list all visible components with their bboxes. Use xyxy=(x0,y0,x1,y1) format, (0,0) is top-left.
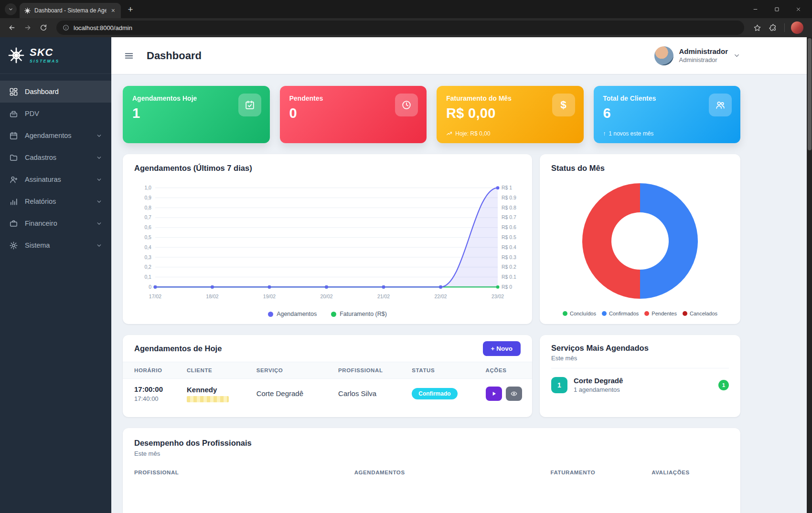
url-bar[interactable]: localhost:8000/admin xyxy=(56,21,744,35)
svg-text:R$ 0.4: R$ 0.4 xyxy=(502,245,516,250)
reload-button[interactable] xyxy=(36,21,51,35)
new-appointment-button[interactable]: + Novo xyxy=(483,341,521,356)
sidebar-item-relatorios[interactable]: Relatórios xyxy=(0,190,111,212)
tab-title: Dashboard - Sistema de Agend xyxy=(34,7,107,14)
forward-button[interactable] xyxy=(21,21,35,35)
sidebar-item-pdv[interactable]: PDV xyxy=(0,103,111,125)
browser-tab[interactable]: Dashboard - Sistema de Agend × xyxy=(20,3,121,18)
tab-close-button[interactable]: × xyxy=(110,7,117,14)
hamburger-menu-icon[interactable] xyxy=(124,51,134,61)
sidebar-item-label: Dashboard xyxy=(25,88,102,95)
list-item: 1 Corte Degradê 1 agendamentos 1 xyxy=(551,368,729,401)
folder-icon xyxy=(9,153,18,162)
trend-up-icon xyxy=(446,131,452,137)
logo-primary-text: SKC xyxy=(30,47,60,58)
bookmark-star-icon[interactable] xyxy=(750,21,764,35)
user-menu[interactable]: Administrador Administrador xyxy=(654,46,740,65)
sidebar-item-label: PDV xyxy=(25,110,102,117)
svg-text:21/02: 21/02 xyxy=(377,294,390,299)
stat-card-total-clientes: Total de Clientes 6 ↑ 1 novos este mês xyxy=(594,86,741,143)
sidebar-item-agendamentos[interactable]: Agendamentos xyxy=(0,125,111,147)
chevron-down-icon xyxy=(96,177,102,183)
svg-text:R$ 0.3: R$ 0.3 xyxy=(502,255,516,260)
legend-item: Concluídos xyxy=(563,311,596,316)
svg-text:0: 0 xyxy=(149,284,151,290)
view-appointment-button[interactable] xyxy=(506,387,522,401)
logo-snowflake-icon xyxy=(7,46,25,64)
client-phone-redacted xyxy=(187,396,229,402)
clock-icon xyxy=(395,94,418,116)
sidebar-item-label: Financeiro xyxy=(25,220,89,227)
column-header: CLIENTE xyxy=(180,362,250,379)
chart-title: Status do Mês xyxy=(551,164,729,173)
sidebar-item-cadastros[interactable]: Cadastros xyxy=(0,147,111,168)
appointments-table: HORÁRIO CLIENTE SERVIÇO PROFISSIONAL STA… xyxy=(123,362,532,408)
url-text: localhost:8000/admin xyxy=(74,24,132,31)
column-header: PROFISSIONAL xyxy=(134,470,354,475)
today-title: Agendamentos de Hoje xyxy=(134,344,222,353)
chevron-down-icon xyxy=(96,242,102,249)
back-button[interactable] xyxy=(5,21,19,35)
legend-item: Confirmados xyxy=(602,311,639,316)
window-maximize-button[interactable] xyxy=(766,0,788,18)
legend-item: Agendamentos xyxy=(268,311,317,317)
start-appointment-button[interactable] xyxy=(486,387,502,401)
svg-text:20/02: 20/02 xyxy=(320,294,332,299)
user-role: Administrador xyxy=(679,56,728,64)
sidebar-item-assinaturas[interactable]: Assinaturas xyxy=(0,168,111,190)
window-controls xyxy=(745,0,809,18)
svg-text:0,9: 0,9 xyxy=(144,195,151,200)
dashboard-icon xyxy=(9,87,18,96)
svg-text:R$ 0.7: R$ 0.7 xyxy=(502,215,516,220)
performance-title: Desempenho dos Profissionais xyxy=(134,439,729,448)
site-info-icon[interactable] xyxy=(63,24,69,31)
briefcase-icon xyxy=(9,219,18,228)
sidebar-item-financeiro[interactable]: Financeiro xyxy=(0,212,111,234)
sidebar-item-sistema[interactable]: Sistema xyxy=(0,234,111,256)
legend-item: Pendentes xyxy=(644,311,677,316)
line-chart: 0R$ 00,1R$ 0.10,2R$ 0.20,3R$ 0.30,4R$ 0.… xyxy=(134,175,521,309)
eye-icon xyxy=(511,390,517,397)
tab-search-button[interactable] xyxy=(5,3,17,15)
main-area: Dashboard Administrador Administrador Ag… xyxy=(111,37,812,513)
charts-row: Agendamentos (Últimos 7 dias) 0R$ 00,1R$… xyxy=(123,154,740,324)
app-logo[interactable]: SKC SISTEMAS xyxy=(0,37,111,74)
today-appointments-card: Agendamentos de Hoje + Novo HORÁRIO CLIE… xyxy=(123,335,532,417)
stat-footer-text: Hoje: R$ 0,00 xyxy=(455,130,490,137)
column-header: FATURAMENTO xyxy=(550,470,652,475)
svg-text:1,0: 1,0 xyxy=(144,185,151,190)
dashboard-content: Agendamentos Hoje 1 Pendentes 0 Faturame… xyxy=(111,74,812,513)
service-rank-badge: 1 xyxy=(551,377,567,393)
service-count: 1 agendamentos xyxy=(574,386,712,393)
service-count-badge: 1 xyxy=(718,380,729,390)
page-scrollbar[interactable] xyxy=(807,37,812,513)
chevron-down-icon xyxy=(96,220,102,227)
browser-profile-avatar[interactable] xyxy=(791,21,803,34)
legend-item: Faturamento (R$) xyxy=(331,311,387,317)
services-title: Serviços Mais Agendados xyxy=(551,344,729,353)
chevron-down-icon xyxy=(96,155,102,161)
table-row: 17:00:00 17:40:00 Kennedy Corte Degradê … xyxy=(123,379,532,409)
window-minimize-button[interactable] xyxy=(745,0,766,18)
stat-card-faturamento: Faturamento do Mês R$ 0,00 $ Hoje: R$ 0,… xyxy=(437,86,584,143)
professional-name: Carlos Silva xyxy=(338,389,376,398)
browser-titlebar: Dashboard - Sistema de Agend × + xyxy=(0,0,812,18)
extensions-icon[interactable] xyxy=(766,21,780,35)
svg-text:0,2: 0,2 xyxy=(144,264,151,270)
svg-text:0,7: 0,7 xyxy=(144,215,151,220)
calendar-check-icon xyxy=(238,94,261,116)
stat-card-agendamentos-hoje: Agendamentos Hoje 1 xyxy=(123,86,270,143)
svg-text:R$ 0: R$ 0 xyxy=(502,284,512,290)
sidebar-item-dashboard[interactable]: Dashboard xyxy=(0,81,111,103)
user-name: Administrador xyxy=(679,47,728,56)
user-avatar xyxy=(654,46,673,65)
svg-text:R$ 0.9: R$ 0.9 xyxy=(502,195,516,200)
window-close-button[interactable] xyxy=(788,0,809,18)
service-name: Corte Degradê xyxy=(574,377,712,385)
cash-register-icon xyxy=(9,109,18,118)
new-tab-button[interactable]: + xyxy=(124,3,137,16)
gear-icon xyxy=(9,241,18,250)
scrollbar-thumb[interactable] xyxy=(808,38,812,150)
top-services-card: Serviços Mais Agendados Este mês 1 Corte… xyxy=(540,335,740,417)
stat-card-pendentes: Pendentes 0 xyxy=(280,86,427,143)
